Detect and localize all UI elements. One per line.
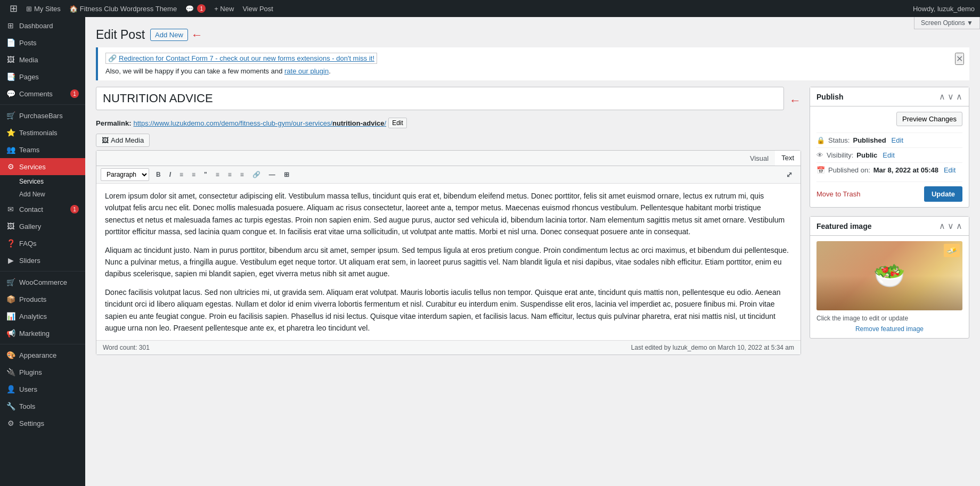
content-paragraph-1[interactable]: Lorem ipsum dolor sit amet, consectetur …	[105, 190, 792, 238]
table-button[interactable]: ⊞	[280, 169, 293, 180]
my-sites-label: My Sites	[34, 5, 61, 13]
new-link[interactable]: + New	[210, 5, 238, 13]
sidebar-item-label: Posts	[19, 39, 37, 47]
sidebar-item-plugins[interactable]: 🔌 Plugins	[0, 364, 85, 381]
published-edit-link[interactable]: Edit	[944, 166, 956, 174]
align-left-button[interactable]: ≡	[212, 169, 223, 180]
sidebar-subitem-add-new[interactable]: Add New	[0, 188, 85, 201]
menu-separator-3	[0, 344, 85, 344]
sidebar-item-pages[interactable]: 📑 Pages	[0, 68, 85, 85]
postbox-collapse-down[interactable]: ∨	[948, 92, 954, 102]
sidebar-item-users[interactable]: 👤 Users	[0, 381, 85, 398]
featured-image-close[interactable]: ∧	[956, 221, 962, 231]
sidebar-item-label: Analytics	[19, 312, 47, 320]
bold-button[interactable]: B	[152, 169, 165, 180]
featured-image-down[interactable]: ∨	[948, 221, 954, 231]
my-sites-link[interactable]: ⊞ My Sites	[22, 5, 65, 13]
sidebar-item-analytics[interactable]: 📊 Analytics	[0, 308, 85, 325]
sidebar-item-testimonials[interactable]: ⭐ Testimonials	[0, 124, 85, 141]
blockquote-button[interactable]: "	[200, 169, 211, 180]
sidebar-item-woocommerce[interactable]: 🛒 WooCommerce	[0, 274, 85, 291]
comments-badge: 1	[70, 89, 79, 98]
notice-dismiss-button[interactable]: ✕	[955, 53, 964, 65]
more-button[interactable]: —	[265, 169, 279, 180]
tab-visual[interactable]: Visual	[744, 151, 775, 166]
visibility-edit-link[interactable]: Edit	[883, 151, 894, 159]
post-title-input[interactable]	[103, 92, 777, 105]
update-button[interactable]: Update	[924, 186, 962, 202]
main-content: Edit Post Add New ← ✕ 🔗 Redirection for …	[85, 17, 980, 486]
sidebar-item-marketing[interactable]: 📢 Marketing	[0, 325, 85, 342]
sidebar-item-faqs[interactable]: ❓ FAQs	[0, 235, 85, 252]
media-icon: 🖼	[6, 55, 15, 64]
comments-count: 1	[197, 4, 206, 13]
add-media-label: Add Media	[111, 136, 144, 144]
sidebar-item-purchasebars[interactable]: 🛒 PurchaseBars	[0, 107, 85, 124]
view-post-link[interactable]: View Post	[238, 5, 277, 13]
ul-button[interactable]: ≡	[176, 169, 187, 180]
status-edit-link[interactable]: Edit	[892, 136, 903, 144]
align-center-button[interactable]: ≡	[224, 169, 235, 180]
screen-options-button[interactable]: Screen Options ▼	[914, 17, 980, 29]
sidebar-item-label: Pages	[19, 73, 39, 81]
sidebar-item-sliders[interactable]: ▶ Sliders	[0, 252, 85, 269]
tab-text[interactable]: Text	[775, 151, 801, 166]
sidebar-item-gallery[interactable]: 🖼 Gallery	[0, 218, 85, 235]
sidebar-item-label: Teams	[19, 146, 39, 154]
wp-logo-link[interactable]: ⊞	[5, 3, 22, 14]
admin-bar: ⊞ ⊞ My Sites 🏠 Fitness Club Wordpress Th…	[0, 0, 980, 17]
sidebar-item-teams[interactable]: 👥 Teams	[0, 141, 85, 158]
add-new-button[interactable]: Add New	[150, 29, 188, 41]
ol-button[interactable]: ≡	[188, 169, 199, 180]
featured-image-controls: ∧ ∨ ∧	[939, 221, 962, 231]
notice-link[interactable]: Redirection for Contact Form 7 - check o…	[119, 54, 374, 62]
preview-changes-button[interactable]: Preview Changes	[896, 112, 962, 126]
visibility-icon: 👁	[816, 151, 823, 159]
content-paragraph-2[interactable]: Aliquam ac tincidunt justo. Nam in purus…	[105, 244, 792, 280]
editor-content[interactable]: Lorem ipsum dolor sit amet, consectetur …	[96, 184, 801, 340]
sidebar-item-label: Users	[19, 385, 37, 393]
italic-button[interactable]: I	[166, 169, 175, 180]
rate-plugin-link[interactable]: rate our plugin	[284, 67, 329, 75]
sidebar-item-settings[interactable]: ⚙ Settings	[0, 415, 85, 432]
featured-image-up[interactable]: ∧	[939, 221, 945, 231]
permalink-url[interactable]: https://www.luzukdemo.com/demo/fitness-c…	[133, 119, 386, 127]
sidebar-panels: Publish ∧ ∨ ∧ Preview Changes 🔒	[810, 87, 969, 355]
content-paragraph-3[interactable]: Donec facilisis volutpat lacus. Sed non …	[105, 286, 792, 334]
comments-link[interactable]: 💬 1	[181, 4, 210, 13]
publish-box: Publish ∧ ∨ ∧ Preview Changes 🔒	[810, 87, 969, 208]
sidebar-item-dashboard[interactable]: ⊞ Dashboard	[0, 17, 85, 34]
submenu-add-new-label: Add New	[19, 191, 45, 198]
sidebar-item-label: Sliders	[19, 257, 40, 265]
remove-featured-image-link[interactable]: Remove featured image	[816, 325, 962, 333]
postbox-close[interactable]: ∧	[956, 92, 962, 102]
add-media-button[interactable]: 🖼 Add Media	[96, 134, 150, 147]
sidebar-item-posts[interactable]: 📄 Posts	[0, 34, 85, 51]
move-to-trash-link[interactable]: Move to Trash	[816, 190, 860, 198]
sidebar-item-contact[interactable]: ✉ Contact 1	[0, 201, 85, 218]
services-icon: ⚙	[6, 162, 15, 171]
sidebar-item-comments[interactable]: 💬 Comments 1	[0, 85, 85, 102]
sidebar-item-products[interactable]: 📦 Products	[0, 291, 85, 308]
edit-slug-button[interactable]: Edit	[388, 118, 407, 128]
site-link[interactable]: 🏠 Fitness Club Wordpress Theme	[65, 5, 181, 13]
sidebar-subitem-services[interactable]: Services	[0, 175, 85, 188]
format-select[interactable]: Paragraph	[101, 168, 149, 181]
sidebar-item-tools[interactable]: 🔧 Tools	[0, 398, 85, 415]
published-label: Published on:	[828, 166, 870, 174]
editor-box: Visual Text Paragraph B I ≡ ≡ " ≡	[96, 150, 801, 355]
featured-image[interactable]: 🥗 🧈	[816, 241, 962, 310]
sidebar-item-label: PurchaseBars	[19, 112, 63, 120]
sidebar-item-appearance[interactable]: 🎨 Appearance	[0, 347, 85, 364]
sidebar-item-services[interactable]: ⚙ Services	[0, 158, 85, 175]
link-button[interactable]: 🔗	[249, 169, 264, 180]
notice-icon: 🔗	[108, 54, 117, 62]
featured-image-wrap: 🥗 🧈 Click the image to edit or update Re…	[816, 241, 962, 333]
postbox-controls: ∧ ∨ ∧	[939, 92, 962, 102]
align-right-button[interactable]: ≡	[236, 169, 248, 180]
sidebar-item-media[interactable]: 🖼 Media	[0, 51, 85, 68]
fullscreen-button[interactable]: ⤢	[782, 168, 796, 181]
contact-badge: 1	[70, 205, 79, 213]
admin-sidebar: ⊞ Dashboard 📄 Posts 🖼 Media 📑 Pages 💬 Co…	[0, 17, 85, 486]
postbox-collapse-up[interactable]: ∧	[939, 92, 945, 102]
